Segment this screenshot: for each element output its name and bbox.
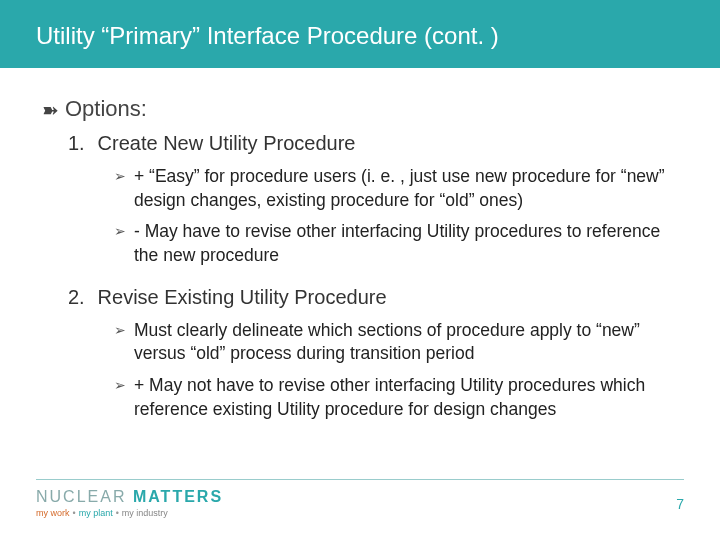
tagline-industry: my industry [122, 508, 168, 518]
sub-item: ➢ + “Easy” for procedure users (i. e. , … [114, 165, 678, 212]
sub-item-text: + “Easy” for procedure users (i. e. , ju… [134, 165, 678, 212]
item-label: Create New Utility Procedure [98, 132, 356, 154]
triangle-bullet-icon: ➢ [114, 220, 134, 267]
item-number: 1. [68, 132, 92, 155]
item-label: Revise Existing Utility Procedure [98, 286, 387, 308]
options-label: Options: [65, 96, 147, 121]
footer-divider [36, 479, 684, 480]
sub-item: ➢ + May not have to revise other interfa… [114, 374, 678, 421]
sub-list: ➢ Must clearly delineate which sections … [114, 319, 678, 422]
logo-word-2: MATTERS [133, 488, 223, 505]
logo-tagline: my work•my plant•my industry [36, 508, 223, 518]
title-bar: Utility “Primary” Interface Procedure (c… [0, 0, 720, 68]
page-number: 7 [676, 496, 684, 518]
options-bullet-icon: ➽ [42, 98, 59, 122]
options-heading: ➽Options: [42, 96, 678, 122]
sub-item: ➢ - May have to revise other interfacing… [114, 220, 678, 267]
slide-title: Utility “Primary” Interface Procedure (c… [36, 22, 684, 50]
dot-icon: • [73, 508, 76, 518]
list-item: 1. Create New Utility Procedure [68, 132, 678, 155]
logo-word-1: NUCLEAR [36, 488, 126, 505]
slide-body: ➽Options: 1. Create New Utility Procedur… [0, 68, 720, 421]
dot-icon: • [116, 508, 119, 518]
footer-row: NUCLEAR MATTERS my work•my plant•my indu… [36, 488, 684, 518]
triangle-bullet-icon: ➢ [114, 165, 134, 212]
logo: NUCLEAR MATTERS my work•my plant•my indu… [36, 488, 223, 518]
item-number: 2. [68, 286, 92, 309]
tagline-plant: my plant [79, 508, 113, 518]
triangle-bullet-icon: ➢ [114, 374, 134, 421]
triangle-bullet-icon: ➢ [114, 319, 134, 366]
sub-item: ➢ Must clearly delineate which sections … [114, 319, 678, 366]
sub-list: ➢ + “Easy” for procedure users (i. e. , … [114, 165, 678, 268]
footer: NUCLEAR MATTERS my work•my plant•my indu… [36, 479, 684, 518]
tagline-work: my work [36, 508, 70, 518]
sub-item-text: - May have to revise other interfacing U… [134, 220, 678, 267]
logo-main: NUCLEAR MATTERS [36, 488, 223, 506]
sub-item-text: Must clearly delineate which sections of… [134, 319, 678, 366]
sub-item-text: + May not have to revise other interfaci… [134, 374, 678, 421]
list-item: 2. Revise Existing Utility Procedure [68, 286, 678, 309]
slide: Utility “Primary” Interface Procedure (c… [0, 0, 720, 540]
